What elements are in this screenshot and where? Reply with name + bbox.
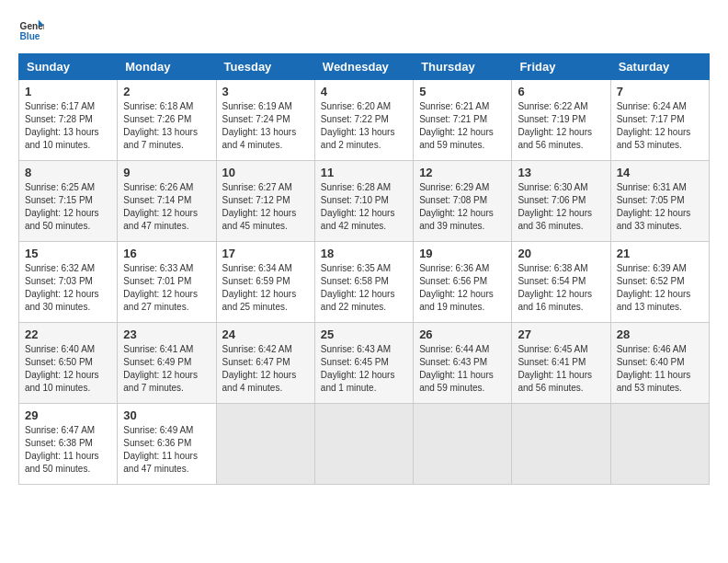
day-info: Sunrise: 6:33 AMSunset: 7:01 PMDaylight:… [123, 262, 210, 314]
day-info: Sunrise: 6:46 AMSunset: 6:40 PMDaylight:… [617, 343, 703, 395]
calendar-cell [610, 404, 709, 485]
day-info: Sunrise: 6:34 AMSunset: 6:59 PMDaylight:… [222, 262, 309, 314]
day-info: Sunrise: 6:36 AMSunset: 6:56 PMDaylight:… [419, 262, 506, 314]
day-number: 5 [419, 85, 506, 98]
calendar-cell: 6 Sunrise: 6:22 AMSunset: 7:19 PMDayligh… [512, 80, 610, 161]
day-info: Sunrise: 6:44 AMSunset: 6:43 PMDaylight:… [419, 343, 506, 395]
calendar-cell: 2 Sunrise: 6:18 AMSunset: 7:26 PMDayligh… [118, 80, 216, 161]
logo-icon: General Blue [18, 18, 44, 44]
day-number: 22 [25, 327, 111, 341]
calendar-cell: 16 Sunrise: 6:33 AMSunset: 7:01 PMDaylig… [118, 242, 216, 323]
day-info: Sunrise: 6:27 AMSunset: 7:12 PMDaylight:… [222, 181, 309, 233]
calendar-cell: 28 Sunrise: 6:46 AMSunset: 6:40 PMDaylig… [610, 323, 709, 404]
day-info: Sunrise: 6:21 AMSunset: 7:21 PMDaylight:… [419, 100, 506, 152]
day-number: 9 [123, 166, 210, 179]
col-header-wednesday: Wednesday [314, 54, 413, 80]
calendar-cell: 9 Sunrise: 6:26 AMSunset: 7:14 PMDayligh… [118, 161, 216, 242]
calendar-cell: 11 Sunrise: 6:28 AMSunset: 7:10 PMDaylig… [314, 161, 413, 242]
day-info: Sunrise: 6:18 AMSunset: 7:26 PMDaylight:… [123, 100, 210, 152]
day-number: 6 [518, 85, 604, 98]
calendar-cell: 18 Sunrise: 6:35 AMSunset: 6:58 PMDaylig… [314, 242, 413, 323]
day-number: 8 [25, 166, 111, 179]
day-info: Sunrise: 6:32 AMSunset: 7:03 PMDaylight:… [25, 262, 111, 314]
day-info: Sunrise: 6:43 AMSunset: 6:45 PMDaylight:… [321, 343, 407, 395]
col-header-saturday: Saturday [610, 54, 709, 80]
day-number: 4 [321, 85, 407, 98]
day-info: Sunrise: 6:30 AMSunset: 7:06 PMDaylight:… [518, 181, 604, 233]
calendar-cell: 27 Sunrise: 6:45 AMSunset: 6:41 PMDaylig… [512, 323, 610, 404]
day-number: 20 [518, 247, 604, 260]
day-number: 30 [123, 408, 210, 422]
day-info: Sunrise: 6:22 AMSunset: 7:19 PMDaylight:… [518, 100, 604, 152]
calendar-cell: 25 Sunrise: 6:43 AMSunset: 6:45 PMDaylig… [314, 323, 413, 404]
page-header: General Blue [18, 18, 710, 44]
day-number: 19 [419, 247, 506, 260]
calendar-cell: 4 Sunrise: 6:20 AMSunset: 7:22 PMDayligh… [314, 80, 413, 161]
day-number: 17 [222, 247, 309, 260]
day-number: 29 [25, 408, 111, 422]
svg-text:Blue: Blue [20, 31, 40, 41]
day-number: 1 [25, 85, 111, 98]
day-info: Sunrise: 6:29 AMSunset: 7:08 PMDaylight:… [419, 181, 506, 233]
day-number: 13 [518, 166, 604, 179]
logo: General Blue [18, 18, 48, 44]
calendar-cell: 20 Sunrise: 6:38 AMSunset: 6:54 PMDaylig… [512, 242, 610, 323]
day-number: 11 [321, 166, 407, 179]
col-header-sunday: Sunday [19, 54, 118, 80]
day-number: 14 [617, 166, 703, 179]
day-number: 18 [321, 247, 407, 260]
day-info: Sunrise: 6:20 AMSunset: 7:22 PMDaylight:… [321, 100, 407, 152]
calendar-cell: 3 Sunrise: 6:19 AMSunset: 7:24 PMDayligh… [216, 80, 314, 161]
calendar-cell: 21 Sunrise: 6:39 AMSunset: 6:52 PMDaylig… [610, 242, 709, 323]
day-number: 26 [419, 327, 506, 341]
calendar-cell [414, 404, 512, 485]
calendar-cell: 12 Sunrise: 6:29 AMSunset: 7:08 PMDaylig… [414, 161, 512, 242]
col-header-tuesday: Tuesday [216, 54, 314, 80]
day-info: Sunrise: 6:19 AMSunset: 7:24 PMDaylight:… [222, 100, 309, 152]
day-info: Sunrise: 6:26 AMSunset: 7:14 PMDaylight:… [123, 181, 210, 233]
day-info: Sunrise: 6:40 AMSunset: 6:50 PMDaylight:… [25, 343, 111, 395]
day-number: 21 [617, 247, 703, 260]
calendar-cell: 10 Sunrise: 6:27 AMSunset: 7:12 PMDaylig… [216, 161, 314, 242]
calendar-cell: 17 Sunrise: 6:34 AMSunset: 6:59 PMDaylig… [216, 242, 314, 323]
calendar-cell: 19 Sunrise: 6:36 AMSunset: 6:56 PMDaylig… [414, 242, 512, 323]
day-number: 24 [222, 327, 309, 341]
day-number: 27 [518, 327, 604, 341]
calendar-cell: 30 Sunrise: 6:49 AMSunset: 6:36 PMDaylig… [118, 404, 216, 485]
calendar-cell: 23 Sunrise: 6:41 AMSunset: 6:49 PMDaylig… [118, 323, 216, 404]
calendar-cell: 24 Sunrise: 6:42 AMSunset: 6:47 PMDaylig… [216, 323, 314, 404]
calendar-cell: 26 Sunrise: 6:44 AMSunset: 6:43 PMDaylig… [414, 323, 512, 404]
calendar-cell: 5 Sunrise: 6:21 AMSunset: 7:21 PMDayligh… [414, 80, 512, 161]
day-number: 28 [617, 327, 703, 341]
day-number: 23 [123, 327, 210, 341]
calendar-cell: 14 Sunrise: 6:31 AMSunset: 7:05 PMDaylig… [610, 161, 709, 242]
day-info: Sunrise: 6:24 AMSunset: 7:17 PMDaylight:… [617, 100, 703, 152]
day-number: 12 [419, 166, 506, 179]
calendar-cell [216, 404, 314, 485]
calendar-cell: 8 Sunrise: 6:25 AMSunset: 7:15 PMDayligh… [19, 161, 118, 242]
day-number: 3 [222, 85, 309, 98]
calendar-cell: 15 Sunrise: 6:32 AMSunset: 7:03 PMDaylig… [19, 242, 118, 323]
col-header-monday: Monday [118, 54, 216, 80]
day-number: 15 [25, 247, 111, 260]
day-info: Sunrise: 6:39 AMSunset: 6:52 PMDaylight:… [617, 262, 703, 314]
day-info: Sunrise: 6:41 AMSunset: 6:49 PMDaylight:… [123, 343, 210, 395]
calendar-cell [314, 404, 413, 485]
calendar-cell: 7 Sunrise: 6:24 AMSunset: 7:17 PMDayligh… [610, 80, 709, 161]
calendar-cell [512, 404, 610, 485]
day-info: Sunrise: 6:42 AMSunset: 6:47 PMDaylight:… [222, 343, 309, 395]
day-number: 7 [617, 85, 703, 98]
day-info: Sunrise: 6:45 AMSunset: 6:41 PMDaylight:… [518, 343, 604, 395]
day-info: Sunrise: 6:38 AMSunset: 6:54 PMDaylight:… [518, 262, 604, 314]
calendar-cell: 22 Sunrise: 6:40 AMSunset: 6:50 PMDaylig… [19, 323, 118, 404]
day-info: Sunrise: 6:28 AMSunset: 7:10 PMDaylight:… [321, 181, 407, 233]
day-number: 2 [123, 85, 210, 98]
calendar-cell: 29 Sunrise: 6:47 AMSunset: 6:38 PMDaylig… [19, 404, 118, 485]
calendar-cell: 13 Sunrise: 6:30 AMSunset: 7:06 PMDaylig… [512, 161, 610, 242]
day-info: Sunrise: 6:49 AMSunset: 6:36 PMDaylight:… [123, 424, 210, 476]
day-number: 25 [321, 327, 407, 341]
day-info: Sunrise: 6:17 AMSunset: 7:28 PMDaylight:… [25, 100, 111, 152]
day-info: Sunrise: 6:35 AMSunset: 6:58 PMDaylight:… [321, 262, 407, 314]
day-info: Sunrise: 6:31 AMSunset: 7:05 PMDaylight:… [617, 181, 703, 233]
calendar-table: SundayMondayTuesdayWednesdayThursdayFrid… [18, 53, 710, 485]
